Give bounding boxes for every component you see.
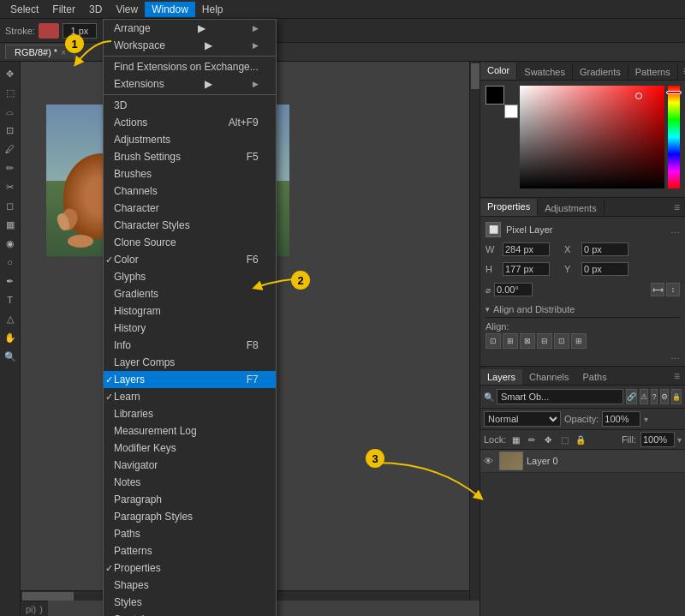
menu-help[interactable]: Help	[195, 2, 230, 17]
width-input[interactable]	[503, 242, 550, 256]
y-input[interactable]	[581, 262, 628, 276]
menu-measurement-log[interactable]: Measurement Log	[104, 422, 276, 440]
align-collapse-icon[interactable]: ▾	[485, 305, 490, 314]
tool-dodge[interactable]: ○	[2, 254, 19, 271]
menu-select[interactable]: Select	[3, 2, 45, 17]
menu-workspace[interactable]: Workspace ▶	[104, 37, 276, 54]
menu-3d[interactable]: 3D	[82, 2, 109, 17]
tab-layers[interactable]: Layers	[480, 369, 522, 385]
tool-crop[interactable]: ⊡	[2, 122, 19, 139]
tool-brush[interactable]: ✏	[2, 159, 19, 176]
foreground-background-swatches[interactable]	[485, 86, 511, 111]
lock-transparent-btn[interactable]: ▦	[509, 433, 522, 446]
background-swatch[interactable]	[504, 105, 518, 118]
tool-gradient[interactable]: ▦	[2, 216, 19, 233]
tool-shape[interactable]: △	[2, 310, 19, 327]
opacity-arrow[interactable]: ▾	[644, 415, 648, 424]
menu-3d[interactable]: 3D	[104, 97, 276, 114]
lock-artboard-btn[interactable]: ⬚	[557, 433, 571, 446]
menu-paragraph[interactable]: Paragraph	[104, 491, 276, 508]
menu-filter[interactable]: Filter	[45, 2, 82, 17]
menu-channels[interactable]: Channels	[104, 182, 276, 200]
flip-h-btn[interactable]: ⟷	[651, 283, 664, 296]
tool-clone[interactable]: ✂	[2, 178, 19, 195]
menu-window[interactable]: Window	[145, 2, 195, 17]
opacity-input[interactable]	[602, 411, 640, 427]
tool-select[interactable]: ⬚	[2, 84, 19, 101]
foreground-swatch[interactable]	[485, 86, 504, 105]
tool-hand[interactable]: ✋	[2, 329, 19, 346]
menu-extensions[interactable]: Extensions ▶	[104, 75, 276, 93]
stroke-color-swatch[interactable]	[39, 23, 59, 39]
tab-channels[interactable]: Channels	[522, 369, 575, 385]
align-bottom-btn[interactable]: ⊞	[571, 333, 587, 349]
menu-clone-source[interactable]: Clone Source	[104, 234, 276, 251]
canvas-hscroll-thumb[interactable]	[22, 592, 74, 601]
menu-properties[interactable]: Properties	[104, 559, 276, 577]
menu-color[interactable]: Color F6	[104, 251, 276, 268]
menu-navigator[interactable]: Navigator	[104, 457, 276, 474]
tool-zoom[interactable]: 🔍	[2, 348, 19, 365]
tab-swatches[interactable]: Swatches	[517, 64, 573, 80]
tool-move[interactable]: ✥	[2, 65, 19, 82]
lock-all-btn[interactable]: 🔒	[574, 433, 587, 446]
color-picker[interactable]	[520, 86, 680, 188]
menu-arrange[interactable]: Arrange ▶	[104, 20, 276, 37]
hue-slider[interactable]	[668, 86, 680, 188]
align-top-btn[interactable]: ⊟	[537, 333, 552, 349]
tab-color[interactable]: Color	[480, 63, 517, 80]
color-panel-menu-btn[interactable]: ≡	[678, 63, 685, 80]
lock-image-btn[interactable]: ✏	[525, 433, 539, 446]
properties-overflow-btn[interactable]: …	[670, 224, 680, 235]
menu-swatches[interactable]: Swatches	[104, 611, 276, 616]
align-right-btn[interactable]: ⊠	[520, 333, 535, 349]
tab-properties[interactable]: Properties	[480, 199, 538, 216]
tool-eraser[interactable]: ◻	[2, 197, 19, 214]
menu-brush-settings[interactable]: Brush Settings F5	[104, 148, 276, 165]
align-center-h-btn[interactable]: ⊞	[503, 333, 518, 349]
layers-filter-effect-btn[interactable]: ⚠	[640, 389, 648, 404]
blend-mode-select[interactable]: Normal	[484, 411, 561, 427]
layers-filter-help-btn[interactable]: ?	[651, 389, 658, 404]
lock-position-btn[interactable]: ✥	[541, 433, 555, 446]
menu-info[interactable]: Info F8	[104, 337, 276, 354]
tab-paths[interactable]: Paths	[576, 369, 614, 385]
layers-panel-menu-btn[interactable]: ≡	[669, 368, 685, 385]
stroke-size-input[interactable]	[63, 23, 97, 39]
tool-pen[interactable]: ✒	[2, 272, 19, 290]
menu-gradients[interactable]: Gradients	[104, 285, 276, 302]
layers-filter-settings-btn[interactable]: ⚙	[660, 389, 669, 404]
align-left-btn[interactable]: ⊡	[485, 333, 501, 349]
tool-eyedropper[interactable]: 🖊	[2, 141, 19, 158]
tool-lasso[interactable]: ⌓	[2, 103, 19, 120]
menu-find-extensions[interactable]: Find Extensions on Exchange...	[104, 58, 276, 75]
tool-blur[interactable]: ◉	[2, 235, 19, 252]
canvas-vscrollbar[interactable]	[469, 62, 480, 601]
menu-learn[interactable]: Learn	[104, 388, 276, 405]
menu-libraries[interactable]: Libraries	[104, 405, 276, 422]
menu-modifier-keys[interactable]: Modifier Keys	[104, 440, 276, 457]
x-input[interactable]	[581, 242, 628, 256]
menu-paragraph-styles[interactable]: Paragraph Styles	[104, 508, 276, 525]
menu-histogram[interactable]: Histogram	[104, 302, 276, 320]
menu-brushes[interactable]: Brushes	[104, 165, 276, 182]
menu-history[interactable]: History	[104, 320, 276, 337]
properties-panel-menu-btn[interactable]: ≡	[669, 199, 685, 216]
tab-close-icon[interactable]: ×	[61, 48, 66, 57]
flip-v-btn[interactable]: ↕	[666, 283, 680, 296]
layers-filter-lock-btn[interactable]: 🔒	[671, 389, 682, 404]
tab-adjustments[interactable]: Adjustments	[538, 200, 605, 216]
menu-adjustments[interactable]: Adjustments	[104, 131, 276, 148]
canvas-vscroll-thumb[interactable]	[471, 63, 480, 89]
menu-glyphs[interactable]: Glyphs	[104, 268, 276, 285]
fill-arrow[interactable]: ▾	[677, 435, 682, 445]
angle-input[interactable]	[494, 283, 533, 296]
layers-filter-link-btn[interactable]: 🔗	[626, 389, 637, 404]
menu-character-styles[interactable]: Character Styles	[104, 217, 276, 234]
menu-paths[interactable]: Paths	[104, 525, 276, 542]
align-middle-v-btn[interactable]: ⊡	[554, 333, 569, 349]
menu-character[interactable]: Character	[104, 200, 276, 217]
menu-notes[interactable]: Notes	[104, 474, 276, 491]
menu-shapes[interactable]: Shapes	[104, 577, 276, 594]
color-gradient-field[interactable]	[520, 86, 664, 188]
